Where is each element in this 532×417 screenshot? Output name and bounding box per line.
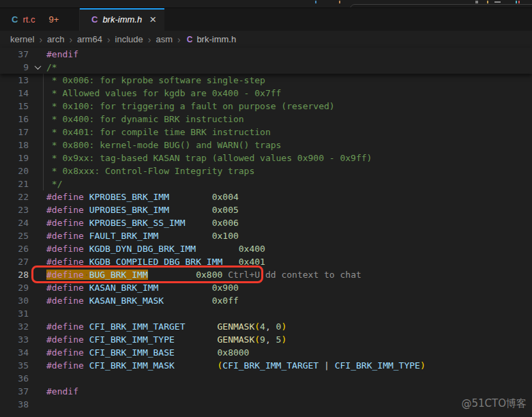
code-text: * 0x401: for compile time BRK instructio… [46,126,532,139]
breadcrumb-item[interactable]: asm [156,34,173,44]
line-number: 27 [0,255,29,268]
tab-brk-imm.h[interactable]: C brk-imm.h × [80,8,164,31]
token: , [265,321,276,332]
code-line-37[interactable]: 37#endif [0,48,532,61]
token: 9 [260,334,265,345]
code-line-21[interactable]: 21 */ [0,177,532,190]
line-number: 15 [0,100,29,113]
tab-filename: rt.c [23,14,35,25]
code-line-33[interactable]: 33#define CFI_BRK_IMM_TYPE GENMASK(9, 5) [0,333,532,346]
fold-column [29,48,46,61]
token: CFI_BRK_IMM_TARGET [222,360,319,371]
token [84,244,89,254]
fold-column[interactable] [29,61,46,74]
token: #define [46,296,84,306]
code-text: #define KASAN_BRK_MASK 0x0ff [46,294,532,307]
code-line-34[interactable]: 34#define CFI_BRK_IMM_BASE 0x8000 [0,346,532,359]
code-text: */ [46,177,532,190]
code-editor[interactable]: 37#endif9/* 13 * 0x006: for kprobe softw… [0,48,532,416]
token: KASAN_BRK_IMM [89,283,159,293]
token: #define [46,231,84,241]
fold-column [29,372,46,385]
line-number: 20 [0,164,29,177]
fold-column [29,229,46,242]
titlebar-icon[interactable] [494,1,501,3]
token: * 0x8xxx: Control-Flow Integrity traps [46,166,254,176]
code-line-15[interactable]: 15 * 0x100: for triggering a fault on pu… [0,100,532,113]
code-line-26[interactable]: 26#define KGDB_DYN_DBG_BRK_IMM 0x400 [0,242,532,255]
fold-column [29,74,46,87]
titlebar-icon[interactable] [339,1,340,3]
token: #define [46,283,84,293]
titlebar-icon[interactable] [516,1,517,3]
token: #endif [46,386,78,397]
line-number: 18 [0,139,29,152]
token: KPROBES_BRK_SS_IMM [89,218,186,228]
code-line-17[interactable]: 17 * 0x401: for compile time BRK instruc… [0,126,532,139]
code-text: #define CFI_BRK_IMM_TYPE GENMASK(9, 5) [46,333,532,346]
breadcrumb-file[interactable]: brk-imm.h [196,34,236,44]
code-text [46,307,532,320]
code-line-37[interactable]: 37#endif [0,385,532,398]
code-line-31[interactable]: 31 [0,307,532,320]
token [175,360,218,371]
fold-column [29,152,46,164]
code-text: #define CFI_BRK_IMM_BASE 0x8000 [46,346,532,359]
token: GENMASK [217,334,254,345]
code-text [46,372,532,385]
token: ( [254,334,260,345]
code-line-20[interactable]: 20 * 0x8xxx: Control-Flow Integrity trap… [0,164,532,177]
line-number: 19 [0,152,29,164]
code-line-13[interactable]: 13 * 0x006: for kprobe software single-s… [0,74,532,87]
tab-rt.c[interactable]: C rt.c 9+ [0,8,80,31]
titlebar-icon[interactable] [475,1,478,3]
titlebar-icon[interactable] [518,1,520,3]
fold-column [29,242,46,255]
code-line-25[interactable]: 25#define FAULT_BRK_IMM 0x100 [0,229,532,242]
annotation-box [31,265,263,283]
code-line-19[interactable]: 19 * 0x9xx: tag-based KASAN trap (allowe… [0,152,532,164]
fold-column [29,307,46,320]
code-line-14[interactable]: 14 * Allowed values for kgdb are 0x400 -… [0,87,532,100]
token: 0x005 [212,205,239,215]
code-line-30[interactable]: 30#define KASAN_BRK_MASK 0x0ff [0,294,532,307]
token [164,296,211,306]
fold-column [29,398,46,411]
close-tab-icon[interactable]: × [149,14,156,25]
code-text: #define FAULT_BRK_IMM 0x100 [46,229,532,242]
fold-column [29,126,46,139]
token: | [319,360,334,371]
breadcrumb-item[interactable]: include [115,34,143,44]
code-line-16[interactable]: 16 * 0x400: for dynamic BRK instruction [0,113,532,126]
token: CFI_BRK_IMM_BASE [89,347,175,358]
token: FAULT_BRK_IMM [89,231,159,241]
line-number: 33 [0,333,29,346]
token: #define [46,347,84,358]
code-line-9[interactable]: 9/* [0,61,532,74]
line-number: 32 [0,320,29,333]
sticky-scroll: 37#endif9/* [0,48,532,74]
breadcrumb-item[interactable]: kernel [10,34,34,44]
breadcrumb-separator-icon: › [177,34,181,45]
token: #define [46,192,84,202]
code-line-23[interactable]: 23#define UPROBES_BRK_IMM 0x005 [0,203,532,216]
breadcrumb-item[interactable]: arch [47,34,64,44]
token: 0x0ff [212,296,239,306]
token: * 0x800: kernel-mode BUG() and WARN() tr… [46,140,281,150]
code-line-32[interactable]: 32#define CFI_BRK_IMM_TARGET GENMASK(4, … [0,320,532,333]
code-text: #define KPROBES_BRK_SS_IMM 0x006 [46,216,532,229]
line-number: 29 [0,281,29,294]
code-line-18[interactable]: 18 * 0x800: kernel-mode BUG() and WARN()… [0,139,532,152]
code-text: #define CFI_BRK_IMM_MASK (CFI_BRK_IMM_TA… [46,359,532,372]
titlebar-icon[interactable] [487,1,488,3]
code-line-36[interactable]: 36 [0,372,532,385]
breadcrumb-item[interactable]: arm64 [77,34,102,44]
code-line-35[interactable]: 35#define CFI_BRK_IMM_MASK (CFI_BRK_IMM_… [0,359,532,372]
watermark: @51CTO博客 [461,397,527,410]
token: , [265,334,276,345]
token [186,321,218,332]
code-line-22[interactable]: 22#define KPROBES_BRK_IMM 0x004 [0,190,532,203]
code-line-24[interactable]: 24#define KPROBES_BRK_SS_IMM 0x006 [0,216,532,229]
titlebar-icon[interactable] [315,1,316,3]
code-line-38[interactable]: 38 [0,398,532,411]
